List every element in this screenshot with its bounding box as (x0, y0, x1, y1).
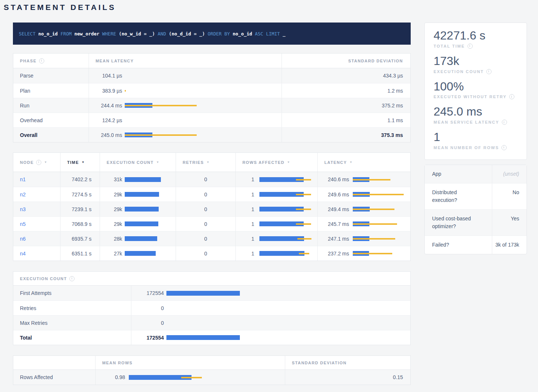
retries-value: 0 (204, 206, 207, 212)
execution-count-row-label: First Attempts (20, 290, 52, 296)
node-table-row: n17402.2 s31k01240.6 ms (13, 172, 410, 187)
node-column-header[interactable]: NODE i ▼ (13, 153, 61, 172)
sql-keyword: SELECT (19, 31, 38, 37)
execution-count-row-value: 0 (131, 320, 164, 326)
phase-header-label: PHASE (20, 59, 37, 63)
info-icon[interactable]: i (39, 58, 44, 63)
mean-latency-cell: 124.2 µs (89, 113, 282, 127)
latency-value: 245.7 ms (318, 221, 349, 227)
node-table-header: NODE i ▼ TIME ▼ EXECUTION COUNT ▼ RETRIE… (13, 153, 410, 172)
execution-count-label-cell: Total (13, 330, 131, 345)
mean-rows-cell: 0.98 (96, 370, 285, 385)
time-value: 7239.1 s (72, 206, 92, 212)
stat-label: MEAN NUMBER OF ROWSi (434, 145, 518, 150)
rows-affected-cell: 1 (236, 246, 318, 261)
retries-value: 0 (204, 192, 207, 197)
mean-latency-value: 244.4 ms (89, 103, 122, 109)
stat-value: 1 (434, 130, 518, 144)
mean-rows-column-header: MEAN ROWS (96, 356, 285, 369)
latency-bar (125, 88, 282, 93)
detail-row: App(unset) (425, 165, 527, 183)
execution-count-row: Total172554 (13, 330, 410, 345)
node-link[interactable]: n5 (20, 221, 26, 227)
mean-bar (125, 192, 159, 197)
standard-deviation-cell: 434.3 µs (282, 68, 410, 83)
latency-value: 249.6 ms (318, 192, 349, 197)
stat-value: 100% (434, 80, 518, 93)
stat-label-text: TOTAL TIME (434, 44, 465, 48)
info-icon[interactable]: i (502, 120, 507, 125)
retries-column-header[interactable]: RETRIES ▼ (176, 153, 236, 172)
statement-details-card: App(unset)Distributed execution?NoUsed c… (424, 165, 527, 254)
stat-label: EXECUTION COUNTi (434, 69, 518, 74)
latency-bar (125, 192, 176, 197)
latency-bar (166, 306, 410, 310)
latency-column-header[interactable]: LATENCY ▼ (318, 153, 410, 172)
node-table-row: n46351.1 s27k01237.2 ms (13, 246, 410, 261)
info-icon[interactable]: i (69, 276, 75, 281)
time-value: 6935.7 s (72, 236, 92, 242)
info-icon[interactable]: i (36, 160, 41, 165)
stat-value: 42271.6 s (434, 29, 518, 42)
stat-value: 245.0 ms (434, 105, 518, 118)
execution-count-cell: 31k (100, 172, 176, 187)
rows-affected-value: 1 (236, 206, 254, 212)
latency-bar (353, 221, 410, 226)
stddev-whisker (353, 179, 390, 180)
page-title: STATEMENT DETAILS (4, 3, 527, 12)
mean-latency-column-header: MEAN LATENCY (89, 54, 282, 68)
detail-label: Used cost-based optimizer? (432, 215, 481, 230)
execution-count-value-cell: 0 (131, 316, 410, 330)
latency-bar (129, 375, 285, 380)
execution-count-value-cell: 0 (131, 301, 410, 315)
latency-bar (125, 133, 282, 137)
info-icon[interactable]: i (486, 69, 492, 74)
stddev-whisker (353, 209, 394, 210)
sql-identifier: ( (119, 31, 122, 37)
time-column-header[interactable]: TIME ▼ (61, 153, 100, 172)
detail-label-cell: Used cost-based optimizer? (425, 210, 492, 235)
node-link[interactable]: n3 (20, 206, 26, 212)
detail-value: (unset) (492, 165, 527, 183)
sql-identifier: ( (169, 31, 172, 37)
time-value: 7274.5 s (72, 192, 92, 197)
execution-count-value-cell: 172554 (131, 286, 410, 300)
latency-cell: 247.1 ms (318, 231, 410, 246)
sql-identifier: no_d_id (172, 31, 191, 37)
latency-bar (259, 251, 317, 256)
info-icon[interactable]: i (501, 145, 507, 150)
detail-row: Distributed execution?No (425, 183, 527, 209)
rows-affected-table: MEAN ROWS STANDARD DEVIATION Rows Affect… (13, 355, 411, 385)
summary-sidebar: 42271.6 sTOTAL TIMEi173kEXECUTION COUNTi… (424, 23, 527, 254)
stddev-whisker (296, 223, 311, 225)
execution-count-row: Retries0 (13, 300, 410, 315)
node-link[interactable]: n4 (20, 251, 26, 257)
sort-arrow-icon: ▼ (156, 161, 159, 164)
rows-affected-column-header[interactable]: ROWS AFFECTED ▼ (236, 153, 318, 172)
latency-bar (125, 103, 282, 108)
info-icon[interactable]: i (509, 94, 514, 99)
node-cell: n4 (13, 246, 61, 261)
node-link[interactable]: n2 (20, 192, 26, 197)
mean-latency-cell: 244.4 ms (89, 98, 282, 113)
mean-latency-value: 383.9 µs (89, 88, 122, 94)
node-link[interactable]: n6 (20, 236, 26, 242)
sql-keyword: WHERE (102, 31, 119, 37)
sql-identifier: no_o_id (233, 31, 255, 37)
mean-bar (166, 291, 240, 296)
info-icon[interactable]: i (468, 44, 473, 49)
time-cell: 6935.7 s (61, 231, 100, 246)
latency-bar (353, 192, 410, 197)
mean-bar (125, 251, 156, 256)
retries-value: 0 (204, 251, 207, 257)
latency-cell: 245.7 ms (318, 217, 410, 231)
stddev-whisker (125, 134, 197, 136)
node-link[interactable]: n1 (20, 176, 26, 182)
execution-count-row: Max Retries0 (13, 315, 410, 330)
execution-count-column-header[interactable]: EXECUTION COUNT ▼ (100, 153, 176, 172)
stat-label-text: MEAN SERVICE LATENCY (434, 120, 499, 124)
phase-name-cell: Overall (13, 128, 89, 142)
latency-bar (125, 177, 176, 182)
retries-cell: 0 (176, 246, 236, 261)
execution-count-table: EXECUTION COUNT i First Attempts172554Re… (13, 271, 411, 345)
